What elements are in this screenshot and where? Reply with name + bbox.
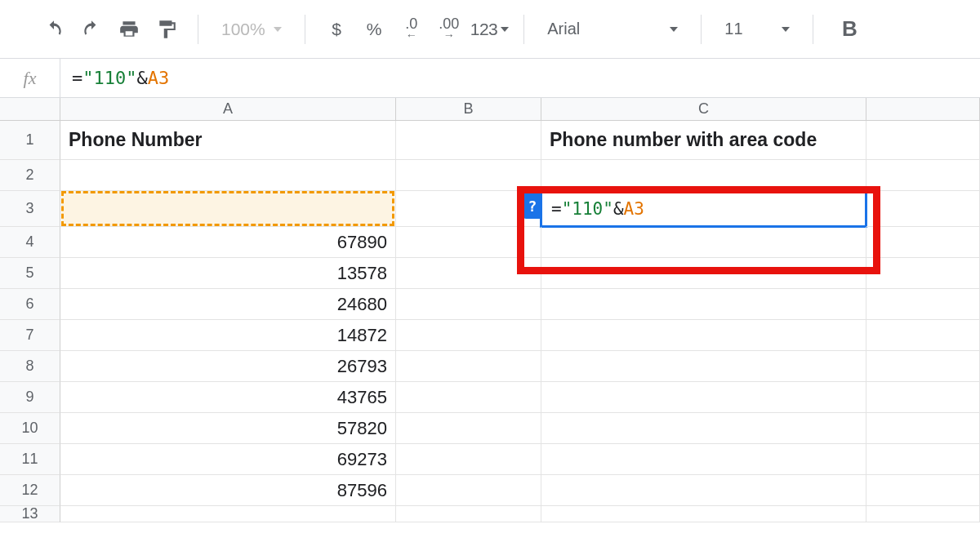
row-header-11[interactable]: 11 [0,444,60,475]
spreadsheet-grid[interactable]: A B C 1 Phone Number Phone number with a… [0,98,980,522]
cell-C2[interactable] [541,160,866,191]
separator [305,15,305,44]
chevron-down-icon [670,27,678,32]
separator [813,15,813,44]
cell-A4[interactable]: 67890 [60,227,396,258]
cell-B1[interactable] [396,121,541,160]
column-header-B[interactable]: B [396,98,541,120]
separator [523,15,524,44]
formula-input[interactable]: ="110"&A3 [60,59,980,97]
font-size-select[interactable]: 11 [716,13,798,46]
row-3: 3 12345 ? ="110"&A3 [0,191,980,227]
select-all-corner[interactable] [0,98,60,120]
cell-C3[interactable]: ? ="110"&A3 [541,191,866,227]
row-header-6[interactable]: 6 [0,289,60,320]
formula-bar: fx ="110"&A3 [0,59,980,98]
cell-D4[interactable] [866,227,980,258]
row-13: 13 [0,506,980,522]
column-header-C[interactable]: C [541,98,866,120]
row-8: 8 26793 [0,351,980,382]
chevron-down-icon [501,27,509,32]
row-6: 6 24680 [0,289,980,320]
cell-A5[interactable]: 13578 [60,258,396,289]
row-header-12[interactable]: 12 [0,475,60,506]
cell-A6[interactable]: 24680 [60,289,396,320]
row-11: 11 69273 [0,444,980,475]
cell-A3[interactable]: 12345 [60,191,396,227]
chevron-down-icon [782,27,790,32]
cell-C1[interactable]: Phone number with area code [541,121,866,160]
paint-format-button[interactable] [150,13,183,46]
cell-A10[interactable]: 57820 [60,413,396,444]
row-header-4[interactable]: 4 [0,227,60,258]
separator [198,15,198,44]
toolbar: 100% $ % .0 ← .00 → 123 Arial 11 B [0,0,980,59]
row-header-9[interactable]: 9 [0,382,60,413]
format-percent-button[interactable]: % [358,13,390,46]
format-currency-button[interactable]: $ [320,13,353,46]
decrease-decimal-button[interactable]: .0 ← [395,13,428,46]
row-header-5[interactable]: 5 [0,258,60,289]
row-1: 1 Phone Number Phone number with area co… [0,121,980,160]
cell-A7[interactable]: 14872 [60,320,396,351]
fx-icon: fx [0,59,60,97]
column-header-A[interactable]: A [60,98,396,120]
row-4: 4 67890 [0,227,980,258]
cell-A9[interactable]: 43765 [60,382,396,413]
row-header-10[interactable]: 10 [0,413,60,444]
font-family-select[interactable]: Arial [539,13,686,46]
row-header-3[interactable]: 3 [0,191,60,227]
row-header-13[interactable]: 13 [0,506,60,522]
cell-D1[interactable] [866,121,980,160]
cell-A12[interactable]: 87596 [60,475,396,506]
cell-D3[interactable] [866,191,980,227]
row-12: 12 87596 [0,475,980,506]
row-header-8[interactable]: 8 [0,351,60,382]
bold-button[interactable]: B [828,13,861,46]
row-7: 7 14872 [0,320,980,351]
cell-A2[interactable] [60,160,396,191]
column-header-row: A B C [0,98,980,121]
row-header-1[interactable]: 1 [0,121,60,160]
row-10: 10 57820 [0,413,980,444]
cell-D2[interactable] [866,160,980,191]
row-2: 2 [0,160,980,191]
column-header-D[interactable] [866,98,980,120]
zoom-label: 100% [221,20,265,39]
print-button[interactable] [113,13,145,46]
cell-B2[interactable] [396,160,541,191]
number-format-select[interactable]: 123 [470,20,510,39]
increase-decimal-button[interactable]: .00 → [433,13,466,46]
cell-A11[interactable]: 69273 [60,444,396,475]
row-5: 5 13578 [0,258,980,289]
row-header-7[interactable]: 7 [0,320,60,351]
row-header-2[interactable]: 2 [0,160,60,191]
undo-button[interactable] [38,13,70,46]
separator [701,15,702,44]
cell-A1[interactable]: Phone Number [60,121,396,160]
cell-A8[interactable]: 26793 [60,351,396,382]
formula-help-badge[interactable]: ? [523,193,541,219]
row-9: 9 43765 [0,382,980,413]
chevron-down-icon [274,27,282,32]
redo-button[interactable] [75,13,108,46]
cell-C4[interactable] [541,227,866,258]
cell-B4[interactable] [396,227,541,258]
cell-B3[interactable] [396,191,541,227]
zoom-select[interactable]: 100% [213,13,290,46]
